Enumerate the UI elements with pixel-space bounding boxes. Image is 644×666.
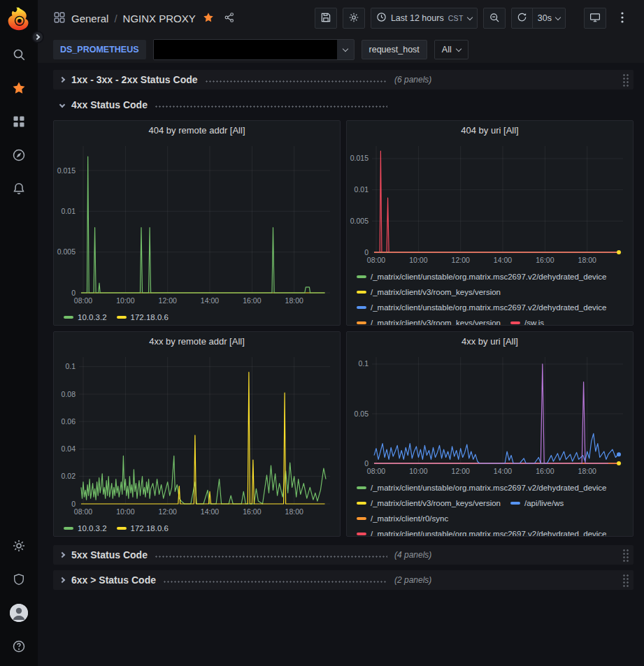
legend-item[interactable]: /_matrix/client/unstable/org.matrix.msc2… [357,526,607,536]
dashboard-row-5xx[interactable]: 5xx Status Code (4 panels) [53,545,634,565]
svg-text:0.1: 0.1 [358,359,368,368]
kebab-menu-button[interactable] [612,8,633,29]
svg-text:0.005: 0.005 [57,247,76,256]
time-series-chart-4xx-by-remote-addr[interactable]: 00.020.040.060.080.108:0010:0012:0014:00… [54,350,340,518]
gear-icon [12,539,26,553]
caret-down-icon [337,49,354,51]
dashboard-row-1xx-3xx-2xx[interactable]: 1xx - 3xx - 2xx Status Code (6 panels) [53,70,634,89]
refresh-interval-label: 30s [538,13,552,23]
breadcrumb-folder[interactable]: General [71,13,108,24]
panel-title[interactable]: 4xx by uri [All] [347,332,633,350]
time-range-picker[interactable]: Last 12 hours CST [371,8,478,29]
legend-item[interactable]: /sw.js [510,315,544,325]
variable-label-request-host[interactable]: request_host [362,40,427,59]
time-series-chart-404-by-uri[interactable]: 00.0050.010.01508:0010:0012:0014:0016:00… [347,139,633,266]
dashboard-settings-button[interactable] [343,8,365,29]
datasource-select[interactable] [153,39,355,60]
legend-item[interactable]: /_matrix/client/v3/room_keys/version [357,315,501,325]
refresh-icon [517,12,527,24]
legend-item[interactable]: /_matrix/client/unstable/org.matrix.msc2… [357,269,607,284]
panel-404-by-remote-addr: 404 by remote addr [All] 00.0050.010.015… [53,120,341,326]
svg-text:0.1: 0.1 [65,362,76,370]
variables-bar: DS_PROMETHEUS request_host All [38,36,644,63]
save-dashboard-button[interactable] [315,8,337,29]
main-area: General / NGINX PROXY [38,0,644,666]
panel-title[interactable]: 404 by remote addr [All] [54,121,340,139]
legend-item[interactable]: /api/live/ws [510,495,564,511]
refresh-button[interactable] [511,8,533,29]
sidebar-bottom-group [0,529,38,663]
refresh-interval-dropdown[interactable]: 30s [532,8,566,29]
svg-text:0.015: 0.015 [57,166,76,175]
panel-4xx-by-uri: 4xx by uri [All] 00.050.108:0010:0012:00… [346,331,634,537]
apps-grid-icon [12,115,26,129]
legend-item[interactable]: 10.0.3.2 [64,310,107,325]
cycle-view-mode-button[interactable] [584,8,606,29]
legend-label: 172.18.0.6 [131,310,169,325]
save-icon [320,12,331,25]
svg-text:08:00: 08:00 [367,467,385,475]
sidebar-item-search[interactable] [0,38,38,71]
legend-item[interactable]: 172.18.0.6 [117,521,169,536]
panel-legend: /_matrix/client/unstable/org.matrix.msc2… [347,477,633,536]
sidebar-expand-button[interactable] [31,31,44,43]
zoom-out-time-button[interactable] [483,8,506,29]
legend-item[interactable]: /_matrix/client/unstable/org.matrix.msc2… [357,480,607,495]
dashboard-row-6xx[interactable]: 6xx > Status Code (2 panels) [53,570,634,590]
row-drag-handle[interactable] [622,549,629,562]
row-title-wrap: 6xx > Status Code [71,574,394,586]
time-series-chart-4xx-by-uri[interactable]: 00.050.108:0010:0012:0014:0016:0018:00 [347,350,633,477]
chart-svg: 00.0050.010.01508:0010:0012:0014:0016:00… [54,139,340,307]
star-icon [12,81,26,95]
chevron-right-icon [59,577,65,583]
sidebar [0,0,38,666]
kebab-menu-icon [621,12,624,25]
panel-title[interactable]: 404 by uri [All] [347,121,633,139]
sidebar-item-alerting[interactable] [0,172,38,205]
sidebar-item-help[interactable] [0,630,38,663]
legend-swatch [117,316,127,319]
dashboard-row-4xx[interactable]: 4xx Status Code [53,95,634,115]
sidebar-item-profile[interactable] [0,596,38,630]
share-icon[interactable] [224,12,235,25]
panel-legend: 10.0.3.2172.18.0.6 [54,307,340,325]
legend-item[interactable]: 172.18.0.6 [117,310,169,325]
sidebar-item-server-admin[interactable] [0,563,38,596]
grafana-app: General / NGINX PROXY [0,0,644,666]
legend-swatch [357,486,366,489]
legend-item[interactable]: /_matrix/client/v3/room_keys/version [357,284,501,300]
svg-text:14:00: 14:00 [494,256,512,264]
sidebar-item-starred[interactable] [0,71,38,105]
dashboards-grid-icon [53,11,66,26]
row-drag-handle[interactable] [622,574,629,587]
svg-text:12:00: 12:00 [159,296,177,305]
sidebar-item-dashboards[interactable] [0,105,38,138]
svg-text:0.04: 0.04 [62,444,76,453]
svg-text:0: 0 [364,248,368,256]
request-host-value-dropdown[interactable]: All [434,40,468,59]
chevron-down-icon [59,102,65,108]
legend-item[interactable]: /_matrix/client/v3/room_keys/version [357,495,501,511]
legend-item[interactable]: /_matrix/client/r0/sync [357,511,448,526]
sidebar-item-explore[interactable] [0,138,38,172]
row-title: 5xx Status Code [71,549,148,560]
variable-label-ds-prometheus[interactable]: DS_PROMETHEUS [53,40,146,59]
clock-icon [376,12,387,24]
legend-item[interactable]: 10.0.3.2 [64,521,107,536]
sidebar-item-configuration[interactable] [0,529,38,563]
favorite-star-icon[interactable] [203,12,214,25]
zoom-out-icon [489,12,500,25]
svg-text:16:00: 16:00 [536,467,554,475]
row-panels-count: (2 panels) [394,575,431,585]
grafana-logo[interactable] [6,6,32,32]
monitor-icon [589,12,601,25]
time-series-chart-404-by-remote-addr[interactable]: 00.0050.010.01508:0010:0012:0014:0016:00… [54,139,340,307]
dotted-leader [155,106,387,108]
legend-item[interactable]: /_matrix/client/unstable/org.matrix.msc2… [357,300,607,315]
svg-text:08:00: 08:00 [367,256,385,264]
svg-text:16:00: 16:00 [243,507,261,516]
timezone-label: CST [448,14,464,22]
panel-title[interactable]: 4xx by remote addr [All] [54,332,340,350]
row-drag-handle[interactable] [622,73,629,87]
top-nav-bar: General / NGINX PROXY [38,0,644,36]
